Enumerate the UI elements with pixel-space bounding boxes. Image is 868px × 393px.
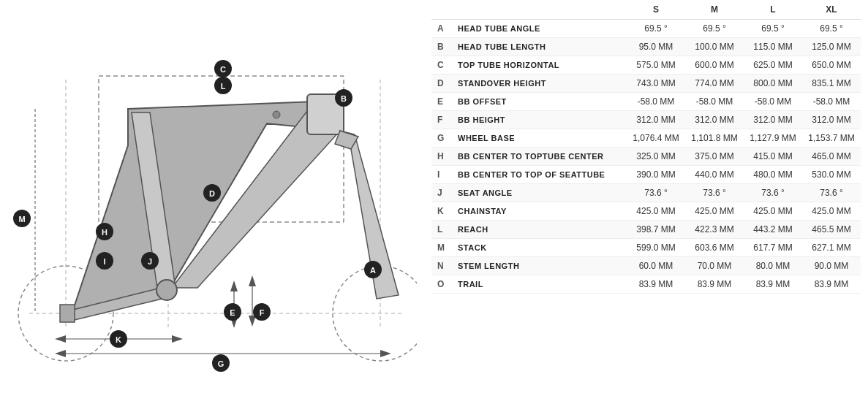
row-label: TOP TUBE HORIZONTAL [452, 56, 627, 75]
row-value-l: 73.6 ° [744, 184, 802, 202]
row-value-s: 743.0 MM [627, 75, 685, 93]
svg-text:I: I [103, 257, 105, 266]
row-label: TRAIL [452, 275, 627, 294]
row-value-s: 325.0 MM [627, 148, 685, 166]
row-value-l: 80.0 MM [744, 257, 802, 275]
row-value-s: 312.0 MM [627, 111, 685, 129]
row-value-xl: 530.0 MM [802, 166, 861, 184]
row-value-m: 100.0 MM [685, 38, 744, 56]
row-id: A [431, 20, 452, 38]
row-value-s: -58.0 MM [627, 93, 685, 111]
row-label: HEAD TUBE ANGLE [452, 20, 627, 38]
row-id: E [431, 93, 452, 111]
row-value-l: 415.0 MM [744, 148, 802, 166]
row-label: WHEEL BASE [452, 129, 627, 148]
svg-text:L: L [221, 82, 226, 91]
row-value-xl: 465.0 MM [802, 148, 861, 166]
svg-point-27 [156, 280, 177, 300]
svg-text:E: E [230, 308, 235, 317]
col-header-xl: XL [802, 0, 861, 20]
row-value-m: 603.6 MM [685, 239, 744, 257]
table-row: HBB CENTER TO TOPTUBE CENTER325.0 MM375.… [431, 148, 861, 166]
bike-diagram: A B C D E F G H I J K L M [0, 0, 424, 393]
table-row: GWHEEL BASE1,076.4 MM1,101.8 MM1,127.9 M… [431, 129, 861, 148]
row-value-m: -58.0 MM [685, 93, 744, 111]
row-value-l: 312.0 MM [744, 111, 802, 129]
table-row: EBB OFFSET-58.0 MM-58.0 MM-58.0 MM-58.0 … [431, 93, 861, 111]
row-value-m: 70.0 MM [685, 257, 744, 275]
row-value-s: 599.0 MM [627, 239, 685, 257]
svg-text:G: G [218, 359, 224, 368]
svg-text:D: D [209, 189, 215, 198]
row-value-xl: 627.1 MM [802, 239, 861, 257]
svg-marker-7 [55, 350, 66, 357]
col-header-id [431, 0, 452, 20]
row-value-s: 95.0 MM [627, 38, 685, 56]
row-value-l: 617.7 MM [744, 239, 802, 257]
row-id: O [431, 275, 452, 294]
table-row: DSTANDOVER HEIGHT743.0 MM774.0 MM800.0 M… [431, 75, 861, 93]
geometry-table-panel: S M L XL AHEAD TUBE ANGLE69.5 °69.5 °69.… [424, 0, 868, 393]
row-value-l: -58.0 MM [744, 93, 802, 111]
row-id: M [431, 239, 452, 257]
col-header-s: S [627, 0, 685, 20]
svg-text:B: B [341, 94, 347, 103]
row-value-s: 83.9 MM [627, 275, 685, 294]
svg-marker-26 [60, 305, 75, 322]
svg-text:H: H [102, 228, 107, 237]
col-header-measurement [452, 0, 627, 20]
row-value-m: 440.0 MM [685, 166, 744, 184]
row-value-l: 425.0 MM [744, 202, 802, 221]
row-id: K [431, 202, 452, 221]
row-id: F [431, 111, 452, 129]
row-value-l: 480.0 MM [744, 166, 802, 184]
row-value-s: 390.0 MM [627, 166, 685, 184]
row-id: D [431, 75, 452, 93]
row-label: BB HEIGHT [452, 111, 627, 129]
table-row: JSEAT ANGLE73.6 °73.6 °73.6 °73.6 ° [431, 184, 861, 202]
row-value-xl: 125.0 MM [802, 38, 861, 56]
row-label: BB CENTER TO TOPTUBE CENTER [452, 148, 627, 166]
svg-marker-9 [55, 335, 66, 343]
row-value-l: 443.2 MM [744, 221, 802, 239]
row-value-s: 73.6 ° [627, 184, 685, 202]
row-label: STANDOVER HEIGHT [452, 75, 627, 93]
row-value-xl: 425.0 MM [802, 202, 861, 221]
row-value-l: 69.5 ° [744, 20, 802, 38]
row-value-m: 83.9 MM [685, 275, 744, 294]
row-value-xl: 835.1 MM [802, 75, 861, 93]
row-value-xl: 1,153.7 MM [802, 129, 861, 148]
row-value-xl: 69.5 ° [802, 20, 861, 38]
row-value-xl: 90.0 MM [802, 257, 861, 275]
row-value-l: 115.0 MM [744, 38, 802, 56]
row-label: CHAINSTAY [452, 202, 627, 221]
row-value-m: 312.0 MM [685, 111, 744, 129]
svg-text:M: M [18, 215, 25, 224]
table-row: IBB CENTER TO TOP OF SEATTUBE390.0 MM440… [431, 166, 861, 184]
row-value-m: 73.6 ° [685, 184, 744, 202]
row-value-s: 69.5 ° [627, 20, 685, 38]
row-value-m: 774.0 MM [685, 75, 744, 93]
row-value-m: 422.3 MM [685, 221, 744, 239]
svg-text:J: J [148, 257, 152, 266]
svg-marker-12 [249, 275, 256, 286]
table-row: CTOP TUBE HORIZONTAL575.0 MM600.0 MM625.… [431, 56, 861, 75]
row-label: SEAT ANGLE [452, 184, 627, 202]
row-value-s: 398.7 MM [627, 221, 685, 239]
row-value-l: 1,127.9 MM [744, 129, 802, 148]
row-label: REACH [452, 221, 627, 239]
svg-marker-10 [172, 335, 183, 343]
row-value-xl: 83.9 MM [802, 275, 861, 294]
svg-marker-8 [380, 350, 391, 357]
row-id: B [431, 38, 452, 56]
table-row: LREACH398.7 MM422.3 MM443.2 MM465.5 MM [431, 221, 861, 239]
table-row: AHEAD TUBE ANGLE69.5 °69.5 °69.5 °69.5 ° [431, 20, 861, 38]
row-id: L [431, 221, 452, 239]
svg-marker-15 [230, 281, 238, 291]
svg-text:A: A [370, 266, 376, 275]
row-label: HEAD TUBE LENGTH [452, 38, 627, 56]
row-id: H [431, 148, 452, 166]
table-row: OTRAIL83.9 MM83.9 MM83.9 MM83.9 MM [431, 275, 861, 294]
row-value-s: 1,076.4 MM [627, 129, 685, 148]
table-row: BHEAD TUBE LENGTH95.0 MM100.0 MM115.0 MM… [431, 38, 861, 56]
